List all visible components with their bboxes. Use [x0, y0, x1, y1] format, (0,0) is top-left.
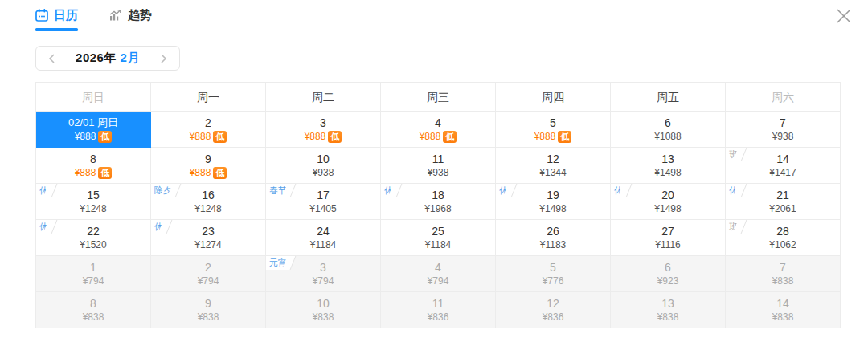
price-row: ¥794 — [198, 275, 219, 287]
calendar-day-cell[interactable]: 2¥888低 — [151, 112, 266, 148]
low-price-badge: 低 — [213, 131, 227, 143]
price-label: ¥938 — [313, 166, 334, 179]
holiday-tag: 休 — [151, 220, 165, 234]
day-label: 11 — [432, 296, 444, 311]
calendar-day-cell[interactable]: 11¥938 — [381, 148, 496, 184]
calendar-day-cell[interactable]: 休22¥1520 — [36, 220, 151, 256]
calendar-day-cell[interactable]: 25¥1184 — [381, 220, 496, 256]
price-label: ¥888 — [190, 166, 211, 179]
price-row: ¥1184 — [310, 238, 336, 251]
day-label: 14 — [776, 152, 789, 166]
calendar-day-cell[interactable]: 9¥838 — [151, 292, 266, 328]
calendar-day-cell[interactable]: 休15¥1248 — [36, 184, 151, 220]
calendar-day-cell[interactable]: 4¥794 — [381, 256, 496, 292]
calendar-day-cell[interactable]: 3¥888低 — [266, 112, 381, 148]
calendar-day-cell[interactable]: 12¥1344 — [496, 148, 611, 184]
price-row: ¥838 — [657, 311, 679, 324]
calendar-day-cell[interactable]: 9¥888低 — [151, 148, 266, 184]
price-label: ¥1116 — [655, 238, 681, 251]
price-label: ¥938 — [772, 130, 794, 143]
calendar-day-cell[interactable]: 2¥794 — [151, 256, 266, 292]
day-label: 11 — [432, 152, 444, 166]
close-icon[interactable] — [833, 5, 855, 27]
calendar-day-cell[interactable]: 休19¥1498 — [496, 184, 611, 220]
price-row: ¥938 — [428, 166, 449, 179]
price-label: ¥836 — [542, 311, 564, 324]
price-label: ¥794 — [428, 275, 449, 287]
price-label: ¥1183 — [540, 238, 566, 251]
price-row: ¥838 — [772, 311, 794, 324]
calendar-day-cell[interactable]: 休18¥1968 — [381, 184, 496, 220]
chevron-right-icon[interactable] — [158, 53, 169, 64]
day-label: 9 — [205, 296, 211, 311]
calendar-day-cell[interactable]: 除夕16¥1248 — [151, 184, 266, 220]
day-label: 13 — [661, 296, 674, 311]
price-row: ¥838 — [772, 275, 794, 287]
holiday-tag: 休 — [496, 184, 510, 197]
calendar-day-cell[interactable]: 春节17¥1405 — [266, 184, 381, 220]
price-label: ¥888 — [190, 130, 211, 143]
weekday-label: 周五 — [611, 83, 726, 112]
day-label: 23 — [202, 224, 215, 238]
price-row: ¥1248 — [80, 202, 106, 215]
price-label: ¥838 — [198, 311, 219, 324]
calendar-day-cell[interactable]: 02/01 周日¥888低 — [36, 112, 151, 148]
price-row: ¥1088 — [654, 130, 681, 143]
price-row: ¥938 — [772, 130, 794, 143]
calendar-day-cell[interactable]: 27¥1116 — [611, 220, 726, 256]
calendar-day-cell[interactable]: 6¥1088 — [611, 112, 726, 148]
tab-calendar[interactable]: 日历 — [35, 0, 78, 31]
calendar-day-cell[interactable]: 5¥776 — [496, 256, 611, 292]
price-row: ¥888低 — [305, 130, 342, 143]
calendar-day-cell[interactable]: 5¥888低 — [496, 112, 611, 148]
year-label: 2026年 — [76, 51, 117, 64]
price-label: ¥938 — [428, 166, 449, 179]
calendar-day-cell[interactable]: 6¥923 — [611, 256, 726, 292]
calendar-day-cell[interactable]: 13¥1498 — [611, 148, 726, 184]
day-label: 8 — [90, 152, 96, 166]
calendar-day-cell[interactable]: 1¥794 — [36, 256, 151, 292]
calendar-day-cell[interactable]: 8¥838 — [36, 292, 151, 328]
price-row: ¥838 — [313, 311, 334, 324]
calendar-day-cell[interactable]: 4¥888低 — [381, 112, 496, 148]
calendar-day-cell[interactable]: 休23¥1274 — [151, 220, 266, 256]
tab-trend[interactable]: 趋势 — [108, 0, 152, 31]
price-row: ¥794 — [313, 275, 334, 287]
calendar-day-cell[interactable]: 10¥838 — [266, 292, 381, 328]
low-price-badge: 低 — [98, 167, 112, 179]
price-label: ¥1968 — [424, 202, 451, 215]
price-label: ¥794 — [313, 275, 334, 287]
day-label: 5 — [550, 260, 556, 275]
price-label: ¥1088 — [654, 130, 681, 143]
price-label: ¥2061 — [769, 202, 796, 215]
price-row: ¥888低 — [75, 166, 113, 179]
weekday-label: 周二 — [266, 83, 381, 112]
day-label: 17 — [317, 188, 330, 202]
price-row: ¥888低 — [190, 130, 227, 143]
calendar-day-cell[interactable]: 26¥1183 — [496, 220, 611, 256]
calendar-day-cell[interactable]: 班14¥1417 — [726, 148, 841, 184]
calendar-day-cell[interactable]: 11¥836 — [381, 292, 496, 328]
calendar-day-cell[interactable]: 12¥836 — [496, 292, 611, 328]
day-label: 4 — [435, 260, 441, 275]
calendar-day-cell[interactable]: 7¥938 — [726, 112, 841, 148]
price-row: ¥836 — [542, 311, 564, 324]
day-label: 14 — [776, 296, 789, 311]
price-row: ¥1405 — [309, 202, 336, 215]
day-label: 19 — [547, 188, 559, 202]
price-row: ¥888低 — [534, 130, 572, 143]
calendar-day-cell[interactable]: 休21¥2061 — [726, 184, 841, 220]
calendar-day-cell[interactable]: 元宵3¥794 — [266, 256, 381, 292]
calendar-day-cell[interactable]: 7¥838 — [726, 256, 841, 292]
calendar-day-cell[interactable]: 14¥838 — [726, 292, 841, 328]
calendar-day-cell[interactable]: 休20¥1498 — [611, 184, 726, 220]
chevron-left-icon[interactable] — [47, 53, 58, 64]
day-label: 18 — [432, 188, 444, 202]
holiday-tag: 元宵 — [266, 256, 289, 270]
calendar-day-cell[interactable]: 24¥1184 — [266, 220, 381, 256]
calendar-day-cell[interactable]: 10¥938 — [266, 148, 381, 184]
price-label: ¥888 — [75, 130, 96, 143]
calendar-day-cell[interactable]: 8¥888低 — [36, 148, 151, 184]
calendar-day-cell[interactable]: 班28¥1062 — [726, 220, 841, 256]
calendar-day-cell[interactable]: 13¥838 — [611, 292, 726, 328]
